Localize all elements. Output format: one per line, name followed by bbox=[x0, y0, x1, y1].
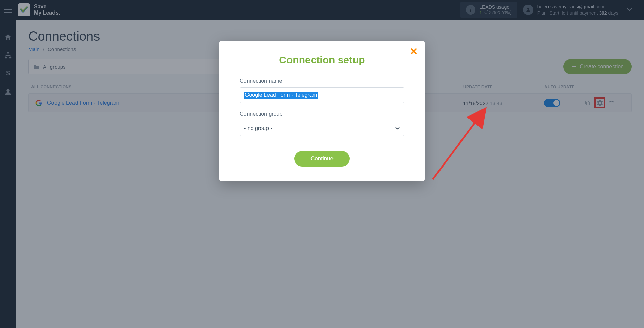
connection-group-label: Connection group bbox=[240, 111, 404, 117]
connection-group-value: - no group - bbox=[244, 125, 272, 131]
continue-button[interactable]: Continue bbox=[294, 151, 350, 167]
connection-name-label: Connection name bbox=[240, 78, 404, 84]
connection-name-input[interactable]: Google Lead Form - Telegram bbox=[240, 87, 404, 103]
modal-overlay[interactable]: Connection setup Connection name Google … bbox=[0, 0, 644, 328]
chevron-down-icon bbox=[395, 127, 400, 130]
close-icon bbox=[410, 48, 417, 55]
modal-title: Connection setup bbox=[240, 54, 404, 66]
continue-label: Continue bbox=[310, 155, 334, 162]
connection-group-select[interactable]: - no group - bbox=[240, 121, 404, 136]
connection-name-value: Google Lead Form - Telegram bbox=[244, 92, 318, 99]
connection-setup-modal: Connection setup Connection name Google … bbox=[219, 41, 425, 181]
modal-close-button[interactable] bbox=[410, 47, 417, 57]
